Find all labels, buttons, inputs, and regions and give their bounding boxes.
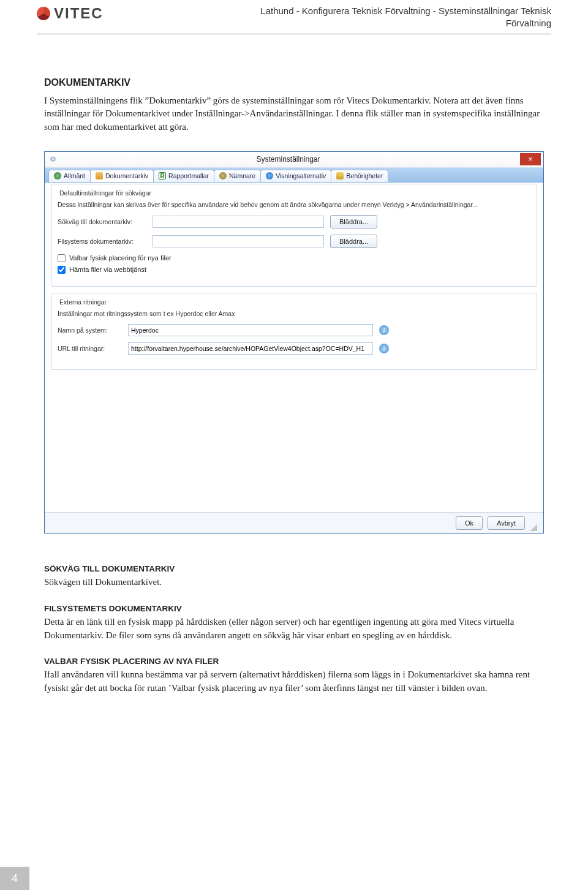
checkbox-row-hamta: Hämta filer via webbtjänst (58, 266, 530, 274)
fieldset-default-sokvagar: Defaultinställningar för sökvägar Dessa … (51, 184, 537, 287)
tab-allmant[interactable]: Allmänt (48, 170, 91, 182)
browse-button-2[interactable]: Bläddra... (330, 235, 377, 248)
fieldset-desc: Dessa inställningar kan skrivas över för… (58, 200, 530, 209)
dialog-footer: Ok Avbryt (45, 512, 543, 533)
dialog-systeminstallningar: ⚙ Systeminställningar × Allmänt Dokument… (44, 151, 544, 534)
dialog-title: Systeminställningar (56, 155, 520, 164)
heading-valbar: VALBAR FYSISK PLACERING AV NYA FILER (44, 657, 544, 666)
header-title-line1: Lathund - Konfigurera Teknisk Förvaltnin… (260, 6, 551, 16)
tab-dokumentarkiv[interactable]: Dokumentarkiv (90, 170, 154, 182)
ok-button[interactable]: Ok (456, 516, 483, 530)
logo: VITEC (37, 5, 104, 22)
tab-label: Nämnare (229, 172, 255, 179)
input-filsystem-dokumentarkiv[interactable] (153, 235, 324, 247)
header-title: Lathund - Konfigurera Teknisk Förvaltnin… (104, 5, 551, 30)
tab-label: Rapportmallar (168, 172, 209, 179)
para-sokvag: Sökvägen till Dokumentarkivet. (44, 576, 544, 589)
para-valbar: Ifall användaren vill kunna bestämma var… (44, 668, 544, 695)
browse-button-1[interactable]: Bläddra... (330, 215, 377, 228)
tab-label: Behörigheter (346, 172, 383, 179)
checkbox-row-valbar: Valbar fysisk placering för nya filer (58, 254, 530, 262)
dialog-spacer (51, 376, 537, 506)
header-title-line2: Förvaltning (506, 18, 551, 28)
close-button[interactable]: × (520, 153, 541, 165)
r-icon: R (159, 172, 166, 179)
tab-behorigheter[interactable]: Behörigheter (331, 170, 388, 182)
info-icon (266, 172, 273, 179)
lock-icon (336, 172, 344, 179)
checkbox-label-hamta: Hämta filer via webbtjänst (69, 266, 146, 273)
para-intro: I Systeminställningens flik ”Dokumentark… (44, 94, 544, 134)
fieldset-externa-ritningar: Externa ritningar Inställningar mot ritn… (51, 293, 537, 370)
label-filsystem-dokumentarkiv: Filsystems dokumentarkiv: (58, 238, 146, 245)
page-number: 4 (0, 867, 29, 890)
tab-rapportmallar[interactable]: RRapportmallar (153, 170, 214, 182)
tabstrip: Allmänt Dokumentarkiv RRapportmallar Näm… (45, 168, 543, 183)
label-sokvag-dokumentarkiv: Sökväg till dokumentarkiv: (58, 218, 146, 225)
folder-icon (96, 172, 103, 179)
row-filsystem-dokumentarkiv: Filsystems dokumentarkiv: Bläddra... (58, 235, 530, 248)
tab-namnare[interactable]: Nämnare (214, 170, 261, 182)
row-sokvag-dokumentarkiv: Sökväg till dokumentarkiv: Bläddra... (58, 215, 530, 228)
label-namn-system: Namn på system: (58, 326, 122, 334)
fieldset-desc: Inställningar mot ritningssystem som t e… (58, 309, 530, 318)
fieldset-legend: Externa ritningar (58, 298, 108, 306)
input-url-ritningar[interactable] (128, 342, 373, 355)
para-filsystemets: Detta är en länk till en fysisk mapp på … (44, 616, 544, 643)
info-icon[interactable]: i (379, 344, 389, 353)
row-url-ritningar: URL till ritningar: i (58, 342, 530, 355)
checkbox-valbar-placering[interactable] (58, 254, 66, 262)
fieldset-legend: Defaultinställningar för sökvägar (58, 189, 153, 197)
page-header: VITEC Lathund - Konfigurera Teknisk Förv… (0, 0, 588, 30)
tab-visningsalternativ[interactable]: Visningsalternativ (260, 170, 331, 182)
tab-label: Dokumentarkiv (105, 172, 148, 179)
people-icon (219, 172, 227, 179)
globe-icon (54, 172, 61, 179)
resize-grip-icon[interactable] (530, 524, 537, 531)
input-namn-system[interactable] (128, 324, 373, 336)
gear-icon: ⚙ (50, 155, 56, 164)
logo-text: VITEC (54, 5, 104, 22)
vitec-logo-icon (37, 7, 50, 20)
tab-label: Visningsalternativ (276, 172, 326, 179)
info-icon[interactable]: i (379, 325, 389, 335)
checkbox-hamta-webbtjanst[interactable] (58, 266, 66, 274)
heading-dokumentarkiv: DOKUMENTARKIV (44, 77, 544, 88)
cancel-button[interactable]: Avbryt (488, 516, 525, 530)
heading-sokvag: SÖKVÄG TILL DOKUMENTARKIV (44, 564, 544, 573)
checkbox-label-valbar: Valbar fysisk placering för nya filer (69, 254, 172, 262)
heading-filsystemets: FILSYSTEMETS DOKUMENTARKIV (44, 604, 544, 613)
input-sokvag-dokumentarkiv[interactable] (153, 216, 324, 228)
row-namn-system: Namn på system: i (58, 324, 530, 336)
dialog-titlebar: ⚙ Systeminställningar × (45, 152, 543, 168)
tab-label: Allmänt (64, 172, 85, 179)
label-url-ritningar: URL till ritningar: (58, 345, 122, 352)
